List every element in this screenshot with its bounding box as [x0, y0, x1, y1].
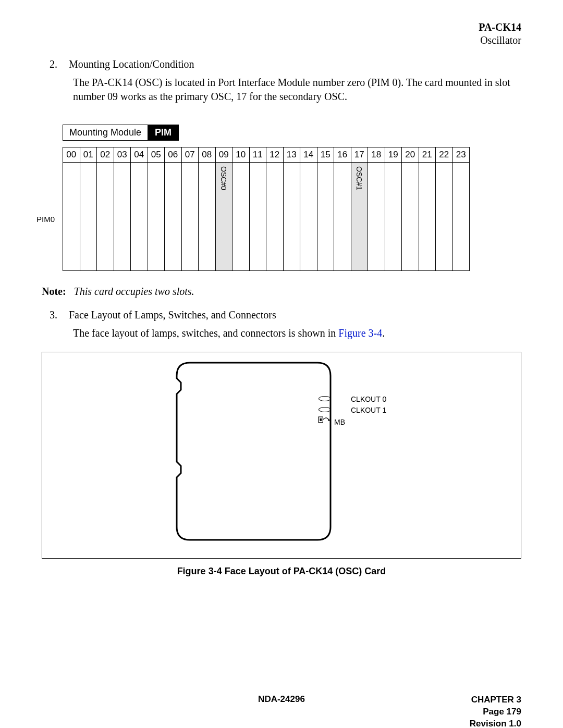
slot-header: 01 — [80, 147, 97, 163]
mounting-module-label: Mounting Module — [63, 125, 148, 141]
clkout0-label: CLKOUT 0 — [351, 395, 386, 403]
slot-header: 21 — [419, 147, 436, 163]
slot-cell — [97, 163, 114, 271]
slot-card-label: OSC#1 — [355, 163, 363, 190]
slot-cell — [402, 163, 419, 271]
section-2-heading: 2. Mounting Location/Condition — [50, 58, 521, 70]
slot-header: 02 — [97, 147, 114, 163]
page-header: PA-CK14 Oscillator — [42, 21, 521, 47]
slot-cell — [80, 163, 97, 271]
slot-header: 18 — [368, 147, 385, 163]
slot-cell — [436, 163, 453, 271]
slot-header: 06 — [165, 147, 182, 163]
slot-header: 00 — [63, 147, 80, 163]
slot-diagram: PIM0 00010203040506070809101112131415161… — [42, 147, 521, 271]
slot-cell — [266, 163, 284, 271]
slot-cell — [368, 163, 385, 271]
page: PA-CK14 Oscillator 2. Mounting Location/… — [0, 0, 563, 728]
card-outline — [177, 363, 331, 540]
figure-link[interactable]: Figure 3-4 — [338, 327, 382, 339]
slot-cell — [419, 163, 436, 271]
section-3-title: Face Layout of Lamps, Switches, and Conn… — [69, 309, 276, 320]
slot-header: 03 — [114, 147, 131, 163]
pim-row-label: PIM0 — [36, 215, 55, 224]
slot-cell: OSC#1 — [351, 163, 368, 271]
slot-cell — [199, 163, 216, 271]
slot-header: 23 — [452, 147, 470, 163]
footer-page: Page 179 — [483, 707, 521, 717]
section-2-title: Mounting Location/Condition — [69, 58, 194, 70]
clkout0-row: CLKOUT 0 — [334, 394, 386, 405]
footer-chapter: CHAPTER 3 — [471, 695, 521, 705]
section-2-paragraph: The PA-CK14 (OSC) is located in Port Int… — [73, 76, 521, 104]
footer-center: NDA-24296 — [42, 694, 521, 705]
figure-box: CLKOUT 0 CLKOUT 1 MB — [42, 352, 521, 559]
slot-card-label: OSC#0 — [219, 163, 228, 190]
note: Note: This card occupies two slots. — [42, 286, 521, 298]
slot-cell — [148, 163, 165, 271]
slot-header: 17 — [351, 147, 368, 163]
slot-header: 15 — [317, 147, 334, 163]
slot-cell: OSC#0 — [215, 163, 232, 271]
clkout1-label: CLKOUT 1 — [351, 406, 386, 414]
slot-header-row: 0001020304050607080910111213141516171819… — [63, 147, 470, 163]
slot-header: 14 — [300, 147, 317, 163]
slot-cell — [114, 163, 131, 271]
figure-caption: Figure 3-4 Face Layout of PA-CK14 (OSC) … — [42, 566, 521, 577]
clkout1-row: CLKOUT 1 — [334, 405, 386, 416]
slot-header: 09 — [215, 147, 232, 163]
mounting-module-badge: Mounting Module PIM — [63, 125, 521, 141]
slot-body-row: OSC#0OSC#1 — [63, 163, 470, 271]
slot-header: 08 — [199, 147, 216, 163]
mb-switch-icon — [319, 415, 331, 425]
section-2-number: 2. — [50, 58, 66, 70]
page-footer: NDA-24296 CHAPTER 3 Page 179 Revision 1.… — [42, 694, 521, 705]
slot-cell — [300, 163, 317, 271]
slot-cell — [181, 163, 199, 271]
slot-cell — [165, 163, 182, 271]
slot-header: 20 — [402, 147, 419, 163]
slot-header: 04 — [131, 147, 148, 163]
slot-header: 19 — [385, 147, 402, 163]
pim-badge: PIM — [148, 125, 179, 141]
slot-cell — [63, 163, 80, 271]
section-3-number: 3. — [50, 309, 66, 321]
connector-labels: CLKOUT 0 CLKOUT 1 — [334, 394, 386, 416]
slot-header: 10 — [232, 147, 250, 163]
slot-header: 12 — [266, 147, 284, 163]
svg-rect-1 — [320, 418, 322, 421]
slot-cell — [385, 163, 402, 271]
slot-cell — [283, 163, 300, 271]
slot-header: 07 — [181, 147, 199, 163]
slot-cell — [131, 163, 148, 271]
slot-header: 11 — [249, 147, 266, 163]
slot-header: 13 — [283, 147, 300, 163]
slot-header: 16 — [334, 147, 351, 163]
slot-cell — [232, 163, 250, 271]
section-3-heading: 3. Face Layout of Lamps, Switches, and C… — [50, 309, 521, 321]
header-code: PA-CK14 — [479, 21, 521, 33]
note-label: Note: — [42, 286, 66, 297]
slot-cell — [317, 163, 334, 271]
section-3-para-post: . — [382, 327, 385, 339]
footer-right: CHAPTER 3 Page 179 Revision 1.0 — [470, 694, 521, 728]
slot-header: 05 — [148, 147, 165, 163]
slot-cell — [452, 163, 470, 271]
footer-revision: Revision 1.0 — [470, 719, 521, 728]
section-3-paragraph: The face layout of lamps, switches, and … — [73, 326, 521, 340]
slot-table: 0001020304050607080910111213141516171819… — [63, 147, 470, 271]
slot-header: 22 — [436, 147, 453, 163]
slot-cell — [334, 163, 351, 271]
header-subtitle: Oscillator — [480, 34, 521, 46]
mb-label: MB — [334, 418, 345, 426]
note-text: This card occupies two slots. — [74, 286, 194, 297]
slot-cell — [249, 163, 266, 271]
section-3-para-pre: The face layout of lamps, switches, and … — [73, 327, 338, 339]
